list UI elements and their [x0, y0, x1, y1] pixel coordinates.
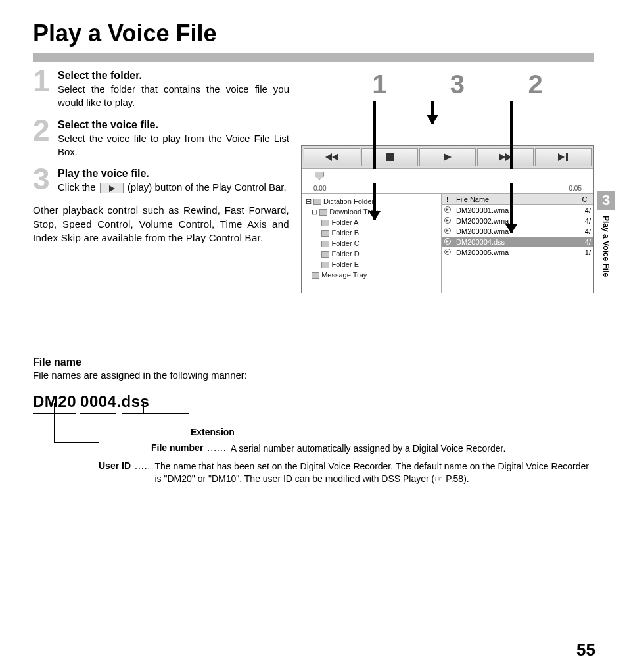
file-extra: 4/	[576, 237, 593, 247]
callout-1: 1	[369, 70, 389, 99]
folder-icon	[321, 241, 329, 247]
voice-file-list[interactable]: ! File Name C DM200001.wma 4/ DM200002.w…	[442, 194, 593, 293]
legend-desc: The name that has been set on the Digita…	[154, 460, 594, 485]
chapter-title: Play a Voice File	[601, 216, 611, 277]
legend-userid: User ID ..... The name that has been set…	[99, 460, 594, 485]
list-item[interactable]: DM200005.wma 1/	[442, 247, 593, 258]
other-playback-text: Other playback control such as Rewind, F…	[33, 203, 289, 245]
page-number: 55	[576, 640, 595, 660]
svg-marker-0	[325, 153, 332, 161]
legend-desc: A serial number automatically assigned b…	[231, 443, 594, 455]
list-header: ! File Name C	[442, 194, 593, 205]
step-number: 1	[33, 66, 50, 96]
col-extra[interactable]: C	[576, 194, 593, 204]
tree-folder-a[interactable]: Folder A	[331, 218, 358, 226]
step-number: 3	[33, 164, 50, 194]
tree-message[interactable]: Message Tray	[321, 271, 367, 279]
list-item-selected[interactable]: DM200004.dss 4/	[442, 237, 593, 247]
step-2: 2 Select the voice file. Select the voic…	[33, 119, 289, 159]
folder-icon	[319, 209, 327, 216]
audio-file-icon	[444, 249, 451, 255]
slider-thumb-icon[interactable]	[315, 172, 324, 180]
list-item[interactable]: DM200002.wma 4/	[442, 216, 593, 226]
step-title: Select the voice file.	[58, 119, 289, 131]
title-rule	[33, 53, 594, 62]
filename-intro: File names are assigned in the following…	[33, 370, 594, 381]
tree-folder-c[interactable]: Folder C	[331, 239, 359, 247]
svg-rect-7	[566, 153, 568, 161]
filename-heading: File name	[33, 356, 594, 368]
file-extra: 4/	[576, 206, 593, 215]
rewind-button[interactable]	[304, 148, 360, 166]
page-title: Play a Voice File	[33, 20, 594, 47]
stop-button[interactable]	[361, 148, 418, 166]
file-name: DM200004.dss	[453, 237, 576, 247]
step-body: Select the voice file to play from the V…	[58, 132, 289, 159]
audio-file-icon	[444, 238, 451, 245]
list-item[interactable]: DM200001.wma 4/	[442, 205, 593, 216]
play-icon	[100, 183, 124, 193]
step-body-after: (play) button of the Play Control Bar.	[128, 181, 287, 193]
folder-tree[interactable]: ⊟ Dictation Folder ⊟ Download Tray Folde…	[302, 194, 442, 293]
file-extra: 4/	[576, 216, 593, 226]
folder-icon	[321, 220, 329, 226]
callout-2: 2	[526, 70, 546, 99]
file-extra: 4/	[576, 227, 593, 236]
step-body: Click the (play) button of the Play Cont…	[58, 181, 289, 194]
legend-filenumber: File number ...... A serial number autom…	[151, 443, 594, 455]
fast-forward-button[interactable]	[477, 148, 534, 166]
audio-file-icon	[444, 206, 451, 213]
legend-label: Extension	[191, 427, 235, 437]
step-number: 2	[33, 115, 50, 145]
dots: ......	[207, 443, 226, 453]
svg-marker-4	[499, 153, 505, 161]
folder-icon	[321, 230, 329, 237]
tree-folder-d[interactable]: Folder D	[331, 250, 359, 258]
legend-label: File number	[151, 443, 203, 453]
svg-marker-6	[558, 153, 565, 161]
folder-icon	[314, 199, 321, 205]
arrow-down-icon	[431, 101, 434, 124]
side-tab: 3 Play a Voice File	[597, 191, 615, 277]
step-body: Select the folder that contains the voic…	[58, 83, 289, 110]
step-3: 3 Play the voice file. Click the (play) …	[33, 168, 289, 194]
audio-file-icon	[444, 228, 451, 234]
col-filename[interactable]: File Name	[453, 194, 576, 204]
chapter-number: 3	[597, 191, 615, 210]
audio-file-icon	[444, 217, 451, 224]
tree-folder-b[interactable]: Folder B	[331, 229, 359, 237]
file-name: DM200005.wma	[453, 248, 576, 257]
callout-3: 3	[448, 70, 467, 99]
folder-icon	[321, 251, 329, 258]
step-body-before: Click the	[58, 181, 99, 193]
timeline: 0.00 0.05	[302, 183, 593, 194]
play-button[interactable]	[419, 148, 476, 166]
step-1: 1 Select the folder. Select the folder t…	[33, 70, 289, 110]
col-priority[interactable]: !	[442, 194, 453, 204]
folder-icon	[321, 262, 329, 268]
tree-folder-e[interactable]: Folder E	[331, 260, 359, 268]
arrow-down-icon	[373, 101, 376, 220]
legend-label: User ID	[99, 460, 131, 471]
svg-marker-1	[332, 153, 338, 161]
tree-root[interactable]: Dictation Folder	[323, 197, 374, 205]
step-title: Play the voice file.	[58, 168, 289, 180]
svg-rect-2	[386, 153, 394, 161]
folder-icon	[312, 272, 319, 279]
file-name: DM200001.wma	[453, 206, 576, 215]
dots: .....	[135, 460, 151, 471]
step-title: Select the folder.	[58, 70, 289, 82]
legend-extension: Extension	[191, 427, 594, 437]
position-slider[interactable]	[302, 169, 593, 183]
connector-line	[143, 403, 189, 414]
svg-marker-3	[444, 153, 452, 161]
app-screenshot: 0.00 0.05 ⊟ Dictation Folder ⊟ Download …	[301, 145, 594, 293]
list-item[interactable]: DM200003.wma 4/	[442, 226, 593, 237]
arrow-down-icon	[510, 101, 513, 233]
time-start: 0.00	[314, 185, 326, 192]
skip-end-button[interactable]	[535, 148, 592, 166]
time-end: 0.05	[569, 185, 582, 192]
file-extra: 1/	[576, 248, 593, 257]
play-control-bar	[302, 146, 593, 169]
